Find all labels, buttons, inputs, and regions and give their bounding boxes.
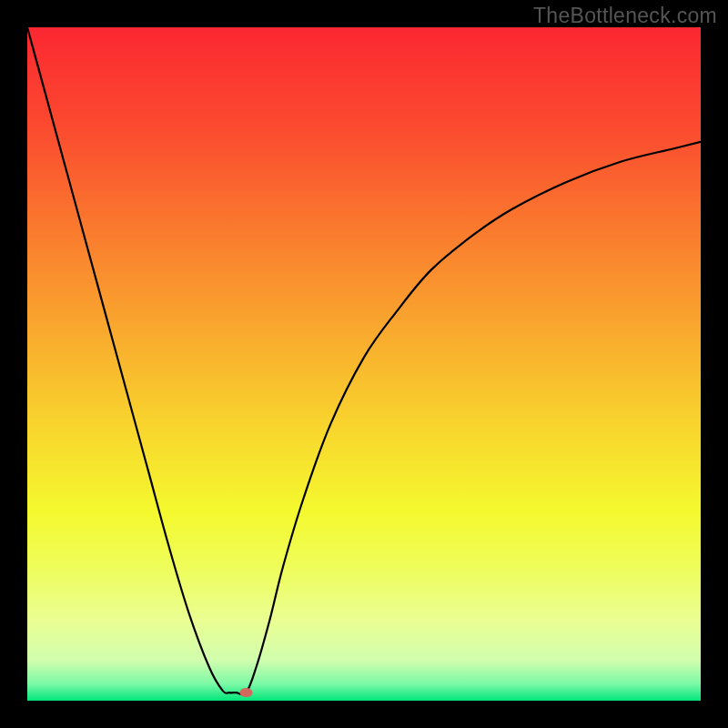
- bottleneck-chart: [27, 27, 701, 701]
- plot-area: [27, 27, 701, 701]
- chart-frame: TheBottleneck.com: [0, 0, 728, 728]
- optimum-marker: [240, 688, 253, 697]
- gradient-background: [27, 27, 701, 701]
- watermark-text: TheBottleneck.com: [533, 4, 717, 28]
